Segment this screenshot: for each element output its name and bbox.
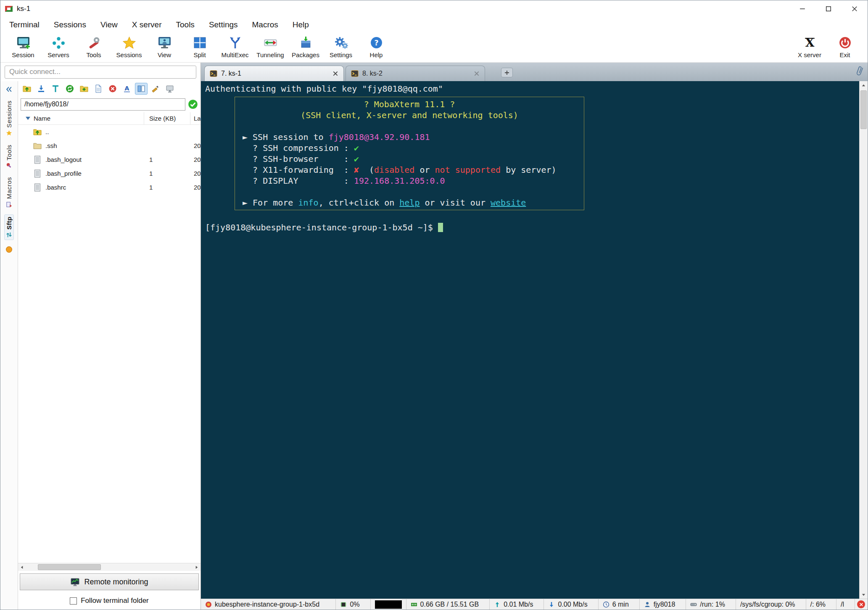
toolbar-packages-button[interactable]: Packages — [288, 34, 323, 61]
close-status-button[interactable] — [855, 599, 868, 610]
menu-sessions[interactable]: Sessions — [47, 17, 93, 32]
svg-text:?: ? — [374, 39, 378, 47]
profile-button[interactable] — [5, 246, 13, 255]
table-row[interactable]: .bash_profile120 — [18, 166, 201, 180]
toolbar-x-server-button[interactable]: XX server — [792, 34, 827, 61]
scroll-down-icon[interactable] — [862, 593, 865, 597]
tab-close-button[interactable] — [474, 71, 480, 77]
terminal-cursor — [438, 223, 443, 232]
file-size: 1 — [144, 156, 190, 163]
close-button[interactable] — [842, 0, 868, 17]
toolbar-exit-button[interactable]: Exit — [827, 34, 863, 61]
toolbar-view-button[interactable]: View — [147, 34, 182, 61]
rename-icon: A — [123, 85, 131, 93]
sftp-horizontal-scrollbar[interactable] — [18, 563, 201, 571]
status-item: 6 min — [599, 599, 640, 610]
split-browser-button[interactable] — [135, 83, 148, 95]
toolbar-label: X server — [798, 51, 821, 58]
table-row[interactable]: .bash_logout120 — [18, 153, 201, 166]
tree-expander-icon[interactable] — [26, 116, 30, 120]
toolbar-tunneling-button[interactable]: Tunneling — [253, 34, 288, 61]
toolbar-multiexec-button[interactable]: MultiExec — [217, 34, 253, 61]
sftp-path-input[interactable] — [21, 98, 185, 111]
tab-close-button[interactable] — [332, 71, 338, 77]
toolbar-label: Split — [193, 51, 206, 58]
quick-connect-input[interactable] — [5, 66, 196, 79]
status-item: 0.66 GB / 15.51 GB — [406, 599, 490, 610]
tab-bar: 7. ks-18. ks-2 — [201, 63, 868, 81]
host-icon — [205, 601, 212, 608]
follow-terminal-folder[interactable]: Follow terminal folder — [18, 592, 201, 610]
edit-button[interactable] — [149, 83, 162, 95]
remote-monitoring-button[interactable]: Remote monitoring — [20, 573, 199, 590]
sidebar-tab-label: Tools — [5, 145, 13, 161]
toolbar-split-button[interactable]: Split — [182, 34, 217, 61]
table-row[interactable]: .ssh20 — [18, 139, 201, 153]
toolbar-help-button[interactable]: ?Help — [359, 34, 394, 61]
menu-help[interactable]: Help — [285, 17, 316, 32]
toolbar-servers-button[interactable]: Servers — [41, 34, 76, 61]
sidebar-tab-tools[interactable]: Tools — [5, 143, 13, 171]
session-tab[interactable]: 8. ks-2 — [346, 66, 485, 81]
table-row[interactable]: .bashrc120 — [18, 180, 201, 194]
rename-button[interactable]: A — [121, 83, 133, 95]
scrollbar-thumb[interactable] — [38, 564, 101, 570]
download-button[interactable] — [35, 83, 47, 95]
terminal[interactable]: Authenticating with public key "fjy8018@… — [201, 81, 859, 599]
sidebar-tab-macros[interactable]: Macros — [5, 175, 13, 209]
toolbar-session-button[interactable]: Session — [5, 34, 41, 61]
delete-button[interactable] — [106, 83, 119, 95]
menu-macros[interactable]: Macros — [245, 17, 285, 32]
status-item: 0.00 Mb/s — [544, 599, 598, 610]
tab-label: 7. ks-1 — [221, 70, 329, 77]
sidebar-tab-label: Macros — [5, 177, 13, 199]
scroll-up-icon[interactable] — [862, 84, 865, 87]
minimize-button[interactable] — [789, 0, 815, 17]
scroll-left-icon[interactable] — [20, 565, 24, 569]
file-name: .bash_logout — [45, 156, 82, 163]
sidebar-tab-sessions[interactable]: Sessions — [5, 99, 13, 138]
menu-settings[interactable]: Settings — [202, 17, 245, 32]
toolbar-settings-button[interactable]: Settings — [323, 34, 359, 61]
parent-directory-button[interactable] — [21, 83, 33, 95]
refresh-button[interactable] — [63, 83, 76, 95]
scrollbar-track[interactable] — [860, 90, 868, 590]
new-tab-button[interactable] — [501, 68, 513, 77]
statusbar: kubesphere-instance-group-1-bx5d0%0.66 G… — [201, 599, 868, 610]
column-header-size[interactable]: Size (KB) — [144, 112, 190, 124]
toolbar-tools-button[interactable]: Tools — [76, 34, 111, 61]
menu-x-server[interactable]: X server — [125, 17, 169, 32]
follow-terminal-button[interactable] — [164, 83, 176, 95]
column-header-name[interactable]: Name — [18, 112, 144, 124]
menu-view[interactable]: View — [93, 17, 125, 32]
file-icon — [33, 169, 42, 178]
servers-icon — [52, 36, 66, 49]
toolbar-sessions-button[interactable]: Sessions — [111, 34, 147, 61]
terminal-link[interactable]: help — [399, 198, 419, 208]
table-row[interactable]: .. — [18, 125, 201, 139]
terminal-link[interactable]: website — [491, 198, 526, 208]
menu-tools[interactable]: Tools — [169, 17, 202, 32]
sftp-panel: A Name Size (KB) La — [18, 81, 201, 610]
upload-button[interactable] — [49, 83, 62, 95]
session-tab[interactable]: 7. ks-1 — [204, 66, 344, 81]
new-folder-button[interactable] — [78, 83, 90, 95]
follow-terminal-checkbox[interactable] — [70, 597, 77, 605]
scrollbar-track[interactable] — [26, 563, 193, 571]
collapse-sidebar-button[interactable] — [4, 85, 15, 94]
attachments-button[interactable] — [855, 65, 864, 79]
file-icon — [33, 183, 42, 192]
disk-icon — [690, 601, 697, 608]
new-file-icon — [94, 85, 103, 93]
toolbar-label: Session — [12, 51, 34, 58]
column-header-last-modified[interactable]: La — [190, 112, 201, 124]
scrollbar-thumb[interactable] — [860, 90, 867, 129]
terminal-scrollbar[interactable] — [859, 81, 868, 599]
maximize-button[interactable] — [815, 0, 842, 17]
scroll-right-icon[interactable] — [195, 565, 198, 569]
sidebar-tab-sftp[interactable]: Sftp — [4, 214, 14, 240]
new-file-button[interactable] — [92, 83, 105, 95]
path-confirm-button[interactable] — [188, 99, 198, 109]
toolbar-label: View — [158, 51, 171, 58]
menu-terminal[interactable]: Terminal — [2, 17, 47, 32]
